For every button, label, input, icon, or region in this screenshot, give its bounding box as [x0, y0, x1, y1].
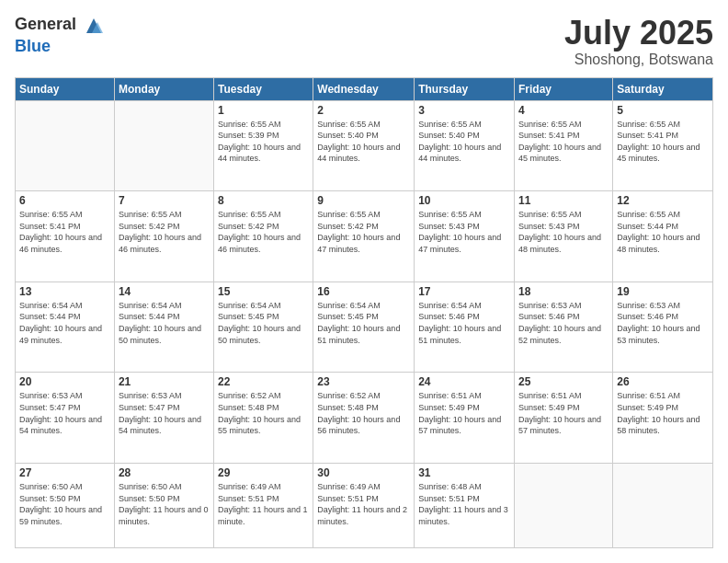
header-sunday: Sunday: [16, 77, 115, 100]
logo-general: General: [15, 15, 76, 33]
day-number: 14: [119, 285, 210, 298]
day-info: Sunrise: 6:54 AM Sunset: 5:44 PM Dayligh…: [119, 300, 210, 346]
table-row: 13Sunrise: 6:54 AM Sunset: 5:44 PM Dayli…: [16, 282, 115, 373]
table-row: [16, 100, 115, 191]
day-number: 12: [617, 194, 709, 207]
day-number: 1: [218, 104, 309, 117]
day-info: Sunrise: 6:55 AM Sunset: 5:43 PM Dayligh…: [518, 209, 609, 255]
day-info: Sunrise: 6:49 AM Sunset: 5:51 PM Dayligh…: [317, 481, 410, 527]
day-number: 16: [317, 285, 410, 298]
day-info: Sunrise: 6:55 AM Sunset: 5:43 PM Dayligh…: [418, 209, 510, 255]
day-info: Sunrise: 6:53 AM Sunset: 5:47 PM Dayligh…: [119, 390, 210, 436]
day-number: 30: [317, 466, 410, 479]
table-row: 28Sunrise: 6:50 AM Sunset: 5:50 PM Dayli…: [114, 464, 213, 548]
table-row: [114, 100, 213, 191]
day-info: Sunrise: 6:51 AM Sunset: 5:49 PM Dayligh…: [617, 390, 709, 436]
day-number: 17: [418, 285, 510, 298]
day-number: 31: [418, 466, 510, 479]
day-info: Sunrise: 6:54 AM Sunset: 5:45 PM Dayligh…: [218, 300, 309, 346]
table-row: 18Sunrise: 6:53 AM Sunset: 5:46 PM Dayli…: [515, 282, 613, 373]
day-number: 22: [218, 375, 309, 388]
table-row: 3Sunrise: 6:55 AM Sunset: 5:40 PM Daylig…: [415, 100, 515, 191]
table-row: 29Sunrise: 6:49 AM Sunset: 5:51 PM Dayli…: [214, 464, 313, 548]
table-row: 5Sunrise: 6:55 AM Sunset: 5:41 PM Daylig…: [613, 100, 713, 191]
header-friday: Friday: [515, 77, 613, 100]
day-info: Sunrise: 6:49 AM Sunset: 5:51 PM Dayligh…: [218, 481, 309, 527]
table-row: 14Sunrise: 6:54 AM Sunset: 5:44 PM Dayli…: [114, 282, 213, 373]
day-number: 24: [418, 375, 510, 388]
table-row: 31Sunrise: 6:48 AM Sunset: 5:51 PM Dayli…: [415, 464, 515, 548]
table-row: 25Sunrise: 6:51 AM Sunset: 5:49 PM Dayli…: [515, 373, 613, 464]
day-number: 4: [518, 104, 609, 117]
day-number: 2: [317, 104, 410, 117]
header-thursday: Thursday: [415, 77, 515, 100]
day-number: 10: [418, 194, 510, 207]
table-row: 16Sunrise: 6:54 AM Sunset: 5:45 PM Dayli…: [313, 282, 415, 373]
day-info: Sunrise: 6:51 AM Sunset: 5:49 PM Dayligh…: [418, 390, 510, 436]
header-monday: Monday: [114, 77, 213, 100]
day-number: 11: [518, 194, 609, 207]
day-number: 7: [119, 194, 210, 207]
table-row: 24Sunrise: 6:51 AM Sunset: 5:49 PM Dayli…: [415, 373, 515, 464]
table-row: 19Sunrise: 6:53 AM Sunset: 5:46 PM Dayli…: [613, 282, 713, 373]
day-info: Sunrise: 6:55 AM Sunset: 5:42 PM Dayligh…: [317, 209, 410, 255]
table-row: 4Sunrise: 6:55 AM Sunset: 5:41 PM Daylig…: [515, 100, 613, 191]
day-number: 6: [19, 194, 110, 207]
logo-icon: [83, 15, 105, 37]
day-info: Sunrise: 6:53 AM Sunset: 5:47 PM Dayligh…: [19, 390, 110, 436]
table-row: 30Sunrise: 6:49 AM Sunset: 5:51 PM Dayli…: [313, 464, 415, 548]
table-row: 15Sunrise: 6:54 AM Sunset: 5:45 PM Dayli…: [214, 282, 313, 373]
table-row: 8Sunrise: 6:55 AM Sunset: 5:42 PM Daylig…: [214, 191, 313, 282]
logo: General Blue: [15, 15, 105, 56]
logo-blue: Blue: [15, 37, 51, 55]
table-row: [515, 464, 613, 548]
day-number: 5: [617, 104, 709, 117]
day-number: 15: [218, 285, 309, 298]
table-row: 12Sunrise: 6:55 AM Sunset: 5:44 PM Dayli…: [613, 191, 713, 282]
table-row: 9Sunrise: 6:55 AM Sunset: 5:42 PM Daylig…: [313, 191, 415, 282]
table-row: 1Sunrise: 6:55 AM Sunset: 5:39 PM Daylig…: [214, 100, 313, 191]
table-row: 27Sunrise: 6:50 AM Sunset: 5:50 PM Dayli…: [16, 464, 115, 548]
month-title: July 2025: [564, 15, 713, 52]
page: General Blue July 2025 Shoshong, Botswan…: [0, 0, 728, 563]
logo-text: General Blue: [15, 15, 105, 56]
table-row: 22Sunrise: 6:52 AM Sunset: 5:48 PM Dayli…: [214, 373, 313, 464]
calendar-table: Sunday Monday Tuesday Wednesday Thursday…: [15, 77, 713, 548]
title-block: July 2025 Shoshong, Botswana: [564, 15, 713, 68]
day-info: Sunrise: 6:55 AM Sunset: 5:41 PM Dayligh…: [19, 209, 110, 255]
day-info: Sunrise: 6:48 AM Sunset: 5:51 PM Dayligh…: [418, 481, 510, 527]
header-tuesday: Tuesday: [214, 77, 313, 100]
day-number: 21: [119, 375, 210, 388]
location-title: Shoshong, Botswana: [564, 52, 713, 68]
day-info: Sunrise: 6:55 AM Sunset: 5:41 PM Dayligh…: [617, 119, 709, 165]
table-row: [613, 464, 713, 548]
day-info: Sunrise: 6:55 AM Sunset: 5:40 PM Dayligh…: [418, 119, 510, 165]
day-info: Sunrise: 6:54 AM Sunset: 5:44 PM Dayligh…: [19, 300, 110, 346]
day-number: 13: [19, 285, 110, 298]
day-info: Sunrise: 6:54 AM Sunset: 5:46 PM Dayligh…: [418, 300, 510, 346]
day-info: Sunrise: 6:55 AM Sunset: 5:41 PM Dayligh…: [518, 119, 609, 165]
day-info: Sunrise: 6:55 AM Sunset: 5:42 PM Dayligh…: [218, 209, 309, 255]
day-info: Sunrise: 6:53 AM Sunset: 5:46 PM Dayligh…: [617, 300, 709, 346]
day-info: Sunrise: 6:55 AM Sunset: 5:39 PM Dayligh…: [218, 119, 309, 165]
day-number: 9: [317, 194, 410, 207]
day-number: 20: [19, 375, 110, 388]
day-number: 25: [518, 375, 609, 388]
table-row: 6Sunrise: 6:55 AM Sunset: 5:41 PM Daylig…: [16, 191, 115, 282]
table-row: 17Sunrise: 6:54 AM Sunset: 5:46 PM Dayli…: [415, 282, 515, 373]
table-row: 20Sunrise: 6:53 AM Sunset: 5:47 PM Dayli…: [16, 373, 115, 464]
day-info: Sunrise: 6:50 AM Sunset: 5:50 PM Dayligh…: [19, 481, 110, 527]
day-number: 29: [218, 466, 309, 479]
day-info: Sunrise: 6:52 AM Sunset: 5:48 PM Dayligh…: [218, 390, 309, 436]
table-row: 26Sunrise: 6:51 AM Sunset: 5:49 PM Dayli…: [613, 373, 713, 464]
day-info: Sunrise: 6:55 AM Sunset: 5:42 PM Dayligh…: [119, 209, 210, 255]
day-number: 18: [518, 285, 609, 298]
day-number: 19: [617, 285, 709, 298]
day-info: Sunrise: 6:51 AM Sunset: 5:49 PM Dayligh…: [518, 390, 609, 436]
header-wednesday: Wednesday: [313, 77, 415, 100]
day-number: 3: [418, 104, 510, 117]
day-number: 26: [617, 375, 709, 388]
day-number: 23: [317, 375, 410, 388]
table-row: 21Sunrise: 6:53 AM Sunset: 5:47 PM Dayli…: [114, 373, 213, 464]
day-number: 27: [19, 466, 110, 479]
